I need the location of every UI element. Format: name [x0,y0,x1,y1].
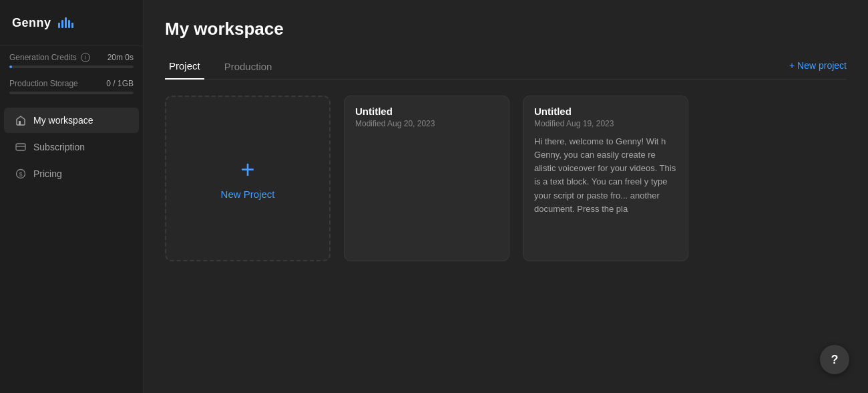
credits-info-icon[interactable]: i [81,53,90,62]
storage-section: Production Storage 0 / 1GB [0,72,143,101]
credits-label-row: Generation Credits i 20m 0s [9,53,134,62]
logo-bar-3 [65,17,67,28]
card-header-1: Untitled Modified Aug 20, 2023 [345,96,509,135]
workspace-label: My workspace [33,115,93,126]
credits-value: 20m 0s [107,53,134,62]
home-icon [15,114,27,126]
logo-area: Genny [0,0,143,45]
subscription-icon [15,141,27,153]
storage-progress-bar [9,92,134,94]
card-preview-1 [345,135,509,261]
new-project-card-label: New Project [221,188,275,200]
logo-icon [58,17,73,28]
credits-progress-bar [9,66,134,68]
svg-text:$: $ [19,171,22,178]
tab-production[interactable]: Production [220,54,276,79]
app-name: Genny [12,16,51,30]
project-card-1[interactable]: Untitled Modified Aug 20, 2023 [344,96,509,261]
storage-value: 0 / 1GB [106,79,134,88]
logo-bar-5 [71,23,73,28]
main-header: My workspace Project Production + New pr… [144,0,868,80]
logo-bar-2 [61,20,63,28]
credits-label-text: Generation Credits [9,53,77,62]
card-title-1: Untitled [355,106,498,117]
credits-section: Generation Credits i 20m 0s [0,45,143,72]
subscription-label: Subscription [33,142,85,152]
main-content: My workspace Project Production + New pr… [144,0,868,393]
help-button[interactable]: ? [820,345,849,374]
sidebar-nav: My workspace Subscription $ Pricing [0,101,143,393]
pricing-icon: $ [15,168,27,180]
sidebar: Genny Generation Credits i 20m 0s Produc… [0,0,144,393]
card-date-2: Modified Aug 19, 2023 [534,119,677,128]
storage-label-row: Production Storage 0 / 1GB [9,79,134,88]
storage-label-text: Production Storage [9,79,78,88]
project-card-2[interactable]: Untitled Modified Aug 19, 2023 Hi there,… [523,96,688,261]
logo-bar-1 [58,23,60,28]
svg-rect-0 [19,121,21,125]
page-title: My workspace [165,19,847,39]
new-project-plus-icon: + [240,158,254,182]
projects-grid: + New Project Untitled Modified Aug 20, … [144,80,868,277]
new-project-button[interactable]: + New project [789,55,847,76]
card-preview-2: Hi there, welcome to Genny! Wit h Genny,… [523,135,688,261]
sidebar-item-workspace[interactable]: My workspace [4,108,139,133]
logo-bar-4 [68,20,70,28]
card-date-1: Modified Aug 20, 2023 [355,119,498,128]
card-header-2: Untitled Modified Aug 19, 2023 [523,96,688,135]
tabs-row: Project Production + New project [165,53,847,80]
credits-progress-fill [9,66,12,68]
sidebar-item-subscription[interactable]: Subscription [4,134,139,160]
pricing-label: Pricing [33,168,62,179]
sidebar-item-pricing[interactable]: $ Pricing [4,161,139,186]
card-title-2: Untitled [534,106,677,117]
new-project-card[interactable]: + New Project [165,96,331,261]
svg-rect-1 [16,144,25,150]
tab-project[interactable]: Project [165,53,204,80]
